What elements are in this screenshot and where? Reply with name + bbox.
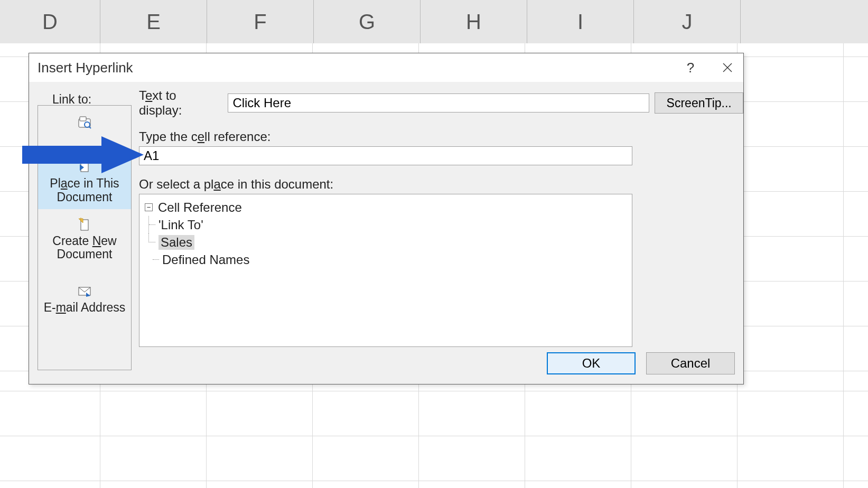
column-header[interactable]: G [314, 0, 421, 43]
tree-node-cell-reference[interactable]: − Cell Reference [145, 199, 627, 216]
screentip-button[interactable]: ScreenTip... [655, 92, 743, 114]
text-to-display-label: Text to display: [139, 88, 222, 118]
help-button[interactable]: ? [675, 53, 706, 82]
sidebar-item-email-address[interactable]: E-mail Address [38, 266, 131, 320]
tree-node-label: Cell Reference [158, 200, 242, 215]
text-to-display-row: Text to display: ScreenTip... [139, 88, 743, 118]
dialog-title-bar: Insert Hyperlink ? [29, 53, 743, 82]
column-header[interactable]: E [100, 0, 207, 43]
dialog-button-row: OK Cancel [547, 352, 735, 374]
cell-reference-input[interactable] [139, 146, 632, 165]
close-button[interactable] [712, 53, 743, 82]
tree-node-label: Defined Names [162, 252, 249, 267]
place-tree[interactable]: − Cell Reference 'Link To' Sales Defined… [139, 194, 632, 347]
existing-file-icon [78, 116, 91, 130]
column-header[interactable]: I [527, 0, 634, 43]
column-header[interactable]: H [421, 0, 527, 43]
sidebar-item-create-new-document[interactable]: Create New Document [38, 209, 131, 267]
link-to-label: Link to: [52, 92, 91, 107]
cancel-button[interactable]: Cancel [646, 352, 735, 374]
sidebar-item-label: E-mail Address [44, 301, 126, 314]
tree-leaf-link-to[interactable]: 'Link To' [145, 216, 627, 233]
tree-leaf-sales[interactable]: Sales [145, 233, 627, 251]
sidebar-item-label: Create New [52, 234, 116, 248]
collapse-icon[interactable]: − [145, 203, 153, 211]
column-headers: D E F G H I J [0, 0, 868, 43]
select-place-label: Or select a place in this document: [139, 177, 743, 192]
sidebar-item-label-line2: Document [57, 247, 113, 261]
tree-node-label: 'Link To' [158, 218, 203, 232]
cell-reference-label: Type the cell reference: [139, 129, 743, 144]
annotation-arrow-icon [22, 136, 144, 173]
column-header[interactable]: J [634, 0, 741, 43]
email-icon [78, 284, 91, 298]
svg-marker-11 [22, 136, 144, 173]
sidebar-item-label-line2: Document [57, 190, 113, 204]
tree-node-label: Sales [158, 235, 194, 250]
close-icon [722, 62, 733, 73]
svg-line-5 [89, 127, 91, 128]
dialog-title: Insert Hyperlink [38, 60, 133, 76]
sidebar-item-label: Place in This [50, 176, 119, 190]
insert-hyperlink-dialog: Insert Hyperlink ? Link to: . [29, 53, 744, 384]
svg-rect-3 [80, 117, 86, 121]
text-to-display-input[interactable] [228, 93, 649, 112]
column-header[interactable]: F [207, 0, 314, 43]
ok-button[interactable]: OK [547, 352, 636, 374]
new-document-icon [78, 218, 91, 231]
tree-node-defined-names[interactable]: Defined Names [145, 251, 627, 268]
column-header[interactable]: D [0, 0, 100, 43]
